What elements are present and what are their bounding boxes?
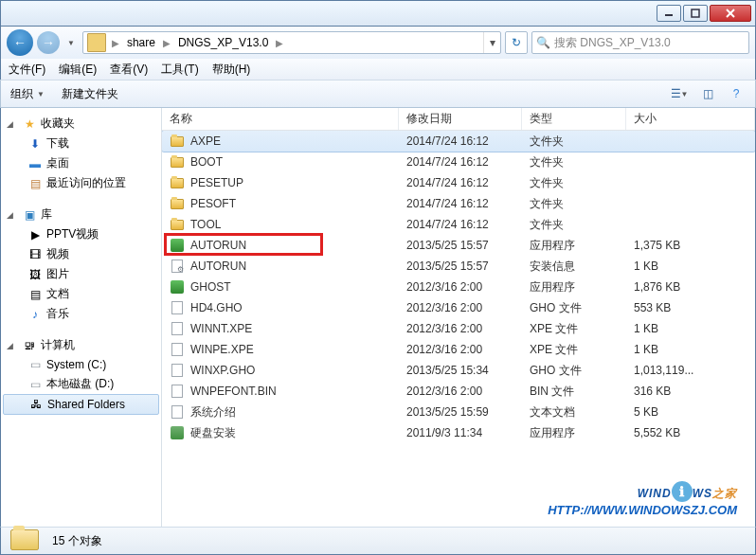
menu-edit[interactable]: 编辑(E) <box>59 62 97 78</box>
file-size: 5 KB <box>626 402 755 422</box>
address-bar[interactable]: ▶ share ▶ DNGS_XP_V13.0 ▶ ▾ <box>82 31 501 54</box>
search-placeholder: 搜索 DNGS_XP_V13.0 <box>554 35 671 51</box>
organize-button[interactable]: 组织 ▼ <box>10 86 45 102</box>
svg-rect-1 <box>692 9 699 17</box>
file-row[interactable]: WINPE.XPE2012/3/16 2:00XPE 文件1 KB <box>162 339 755 360</box>
maximize-button[interactable] <box>683 5 708 22</box>
chevron-right-icon[interactable]: ▶ <box>161 38 172 48</box>
file-date: 2012/3/16 2:00 <box>399 318 522 339</box>
chevron-right-icon[interactable]: ▶ <box>274 38 285 48</box>
tree-favorites-header[interactable]: ◢ ★ 收藏夹 <box>1 114 161 134</box>
file-row[interactable]: 硬盘安装2011/9/3 11:34应用程序5,552 KB <box>162 422 755 443</box>
file-name: AUTORUN <box>190 239 246 252</box>
file-row[interactable]: TOOL2014/7/24 16:12文件夹 <box>162 214 755 235</box>
file-row[interactable]: PESETUP2014/7/24 16:12文件夹 <box>162 172 755 193</box>
minimize-button[interactable] <box>657 5 681 22</box>
column-header-name[interactable]: 名称 <box>162 108 399 130</box>
file-type: 文件夹 <box>522 214 626 235</box>
file-row[interactable]: WINXP.GHO2013/5/25 15:34GHO 文件1,013,119.… <box>162 360 755 381</box>
file-type: 文件夹 <box>522 172 626 193</box>
file-type: XPE 文件 <box>522 339 626 360</box>
file-row[interactable]: 系统介绍2013/5/25 15:59文本文档5 KB <box>162 402 755 422</box>
file-name: PESOFT <box>190 197 236 210</box>
forward-button[interactable]: → <box>37 31 60 54</box>
sidebar-item-drive-d[interactable]: ▭本地磁盘 (D:) <box>1 374 161 394</box>
music-icon: ♪ <box>27 307 43 322</box>
column-header-type[interactable]: 类型 <box>522 108 626 130</box>
file-date: 2014/7/24 16:12 <box>399 131 522 152</box>
exe-icon <box>170 279 185 295</box>
file-row[interactable]: BOOT2014/7/24 16:12文件夹 <box>162 152 755 172</box>
file-row[interactable]: AUTORUN2013/5/25 15:57应用程序1,375 KB <box>162 235 755 256</box>
file-row[interactable]: AUTORUN2013/5/25 15:57安装信息1 KB <box>162 256 755 277</box>
navigation-bar: ← → ▼ ▶ share ▶ DNGS_XP_V13.0 ▶ ▾ ↻ 🔍 搜索… <box>0 27 756 59</box>
close-button[interactable] <box>710 5 751 22</box>
file-icon <box>170 342 185 357</box>
tree-computer-header[interactable]: ◢ 🖳 计算机 <box>1 335 161 355</box>
file-row[interactable]: WINNT.XPE2012/3/16 2:00XPE 文件1 KB <box>162 318 755 339</box>
search-input[interactable]: 🔍 搜索 DNGS_XP_V13.0 <box>531 31 749 54</box>
file-name: WNPEFONT.BIN <box>190 385 277 398</box>
file-row[interactable]: HD4.GHO2012/3/16 2:00GHO 文件553 KB <box>162 297 755 318</box>
file-row[interactable]: PESOFT2014/7/24 16:12文件夹 <box>162 193 755 214</box>
view-options-button[interactable]: ☰ ▼ <box>670 84 689 103</box>
tree-libraries-header[interactable]: ◢ ▣ 库 <box>1 205 161 224</box>
help-button[interactable]: ? <box>727 84 746 103</box>
shared-folder-icon: 🖧 <box>28 397 44 412</box>
file-name: 系统介绍 <box>190 404 236 421</box>
address-dropdown-icon[interactable]: ▾ <box>483 32 500 53</box>
file-row[interactable]: WNPEFONT.BIN2012/3/16 2:00BIN 文件316 KB <box>162 381 755 402</box>
breadcrumb-item[interactable]: share <box>123 34 159 51</box>
file-size <box>626 131 755 152</box>
file-name: GHOST <box>190 280 231 294</box>
sidebar-item-downloads[interactable]: ⬇下载 <box>1 134 161 153</box>
folder-icon <box>87 33 106 52</box>
drive-icon: ▭ <box>27 377 43 392</box>
command-bar: 组织 ▼ 新建文件夹 ☰ ▼ ◫ ? <box>0 80 756 108</box>
file-size: 1 KB <box>626 318 755 339</box>
chevron-down-icon: ◢ <box>7 341 18 350</box>
menu-view[interactable]: 查看(V) <box>110 62 148 78</box>
preview-pane-button[interactable]: ◫ <box>698 84 717 103</box>
file-type: BIN 文件 <box>522 381 626 402</box>
chevron-right-icon[interactable]: ▶ <box>110 38 121 48</box>
drive-icon: ▭ <box>27 357 43 372</box>
chevron-down-icon: ▼ <box>37 90 45 98</box>
sidebar-item-documents[interactable]: ▤文档 <box>1 284 161 304</box>
breadcrumb-item[interactable]: DNGS_XP_V13.0 <box>174 34 272 51</box>
star-icon: ★ <box>22 116 37 132</box>
menu-tools[interactable]: 工具(T) <box>161 62 198 78</box>
file-icon <box>170 300 185 315</box>
file-row[interactable]: GHOST2012/3/16 2:00应用程序1,876 KB <box>162 277 755 297</box>
back-button[interactable]: ← <box>7 29 33 56</box>
menu-bar: 文件(F) 编辑(E) 查看(V) 工具(T) 帮助(H) <box>0 59 756 80</box>
file-date: 2014/7/24 16:12 <box>399 193 522 214</box>
search-icon: 🔍 <box>536 36 550 49</box>
column-header-date[interactable]: 修改日期 <box>399 108 522 130</box>
folder-icon <box>170 134 185 149</box>
menu-file[interactable]: 文件(F) <box>9 62 45 78</box>
file-list: 名称 修改日期 类型 大小 AXPE2014/7/24 16:12文件夹BOOT… <box>162 108 755 527</box>
file-date: 2012/3/16 2:00 <box>399 277 522 297</box>
history-dropdown-icon[interactable]: ▼ <box>63 39 79 47</box>
sidebar-item-desktop[interactable]: ▬桌面 <box>1 153 161 173</box>
sidebar-item-pptv[interactable]: ▶PPTV视频 <box>1 224 161 244</box>
file-name: AXPE <box>190 134 221 148</box>
sidebar-item-music[interactable]: ♪音乐 <box>1 304 161 324</box>
file-date: 2014/7/24 16:12 <box>399 172 522 193</box>
desktop-icon: ▬ <box>27 156 43 171</box>
file-size: 1 KB <box>626 339 755 360</box>
sidebar-item-pictures[interactable]: 🖼图片 <box>1 264 161 284</box>
new-folder-button[interactable]: 新建文件夹 <box>62 86 118 102</box>
file-date: 2013/5/25 15:57 <box>399 256 522 277</box>
sidebar-item-videos[interactable]: 🎞视频 <box>1 244 161 264</box>
sidebar-item-shared-folders[interactable]: 🖧Shared Folders <box>3 394 159 415</box>
sidebar-item-recent[interactable]: ▤最近访问的位置 <box>1 173 161 193</box>
column-header-size[interactable]: 大小 <box>626 108 755 130</box>
file-date: 2013/5/25 15:57 <box>399 235 522 256</box>
sidebar-item-drive-c[interactable]: ▭System (C:) <box>1 355 161 374</box>
file-row[interactable]: AXPE2014/7/24 16:12文件夹 <box>162 131 755 152</box>
menu-help[interactable]: 帮助(H) <box>212 62 251 78</box>
disk-icon <box>170 425 185 440</box>
refresh-button[interactable]: ↻ <box>505 31 528 54</box>
